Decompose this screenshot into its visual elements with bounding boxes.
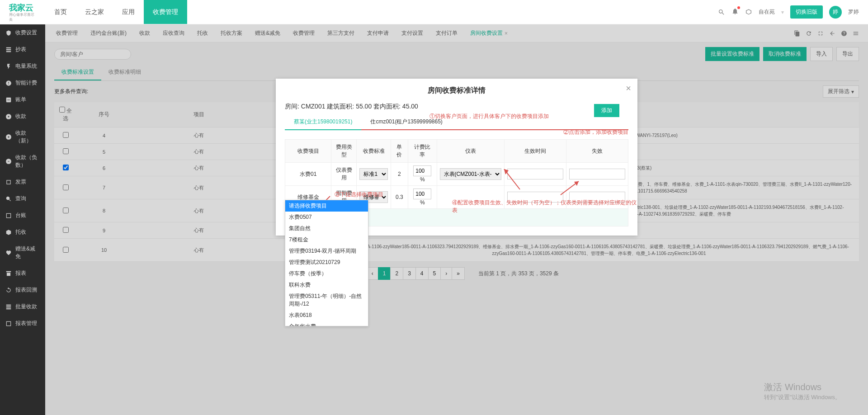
detail-col-header: 收费标准 (357, 140, 391, 163)
detail-col-header: 计费比率 (408, 140, 437, 163)
customer-tab[interactable]: 蔡某(业主15980019251) (285, 114, 361, 130)
dropdown-option[interactable]: 水表0618 (285, 310, 368, 321)
package-icon[interactable] (745, 9, 752, 16)
annotation-4: ④配置收费项目生效、失效时间（可为空）；仪表类则需要选择对应绑定的仪表 (452, 199, 637, 214)
dropdown-option[interactable]: 停车费（按季） (285, 268, 368, 279)
dropdown-option[interactable]: 请选择收费项目 (285, 200, 368, 212)
content-area: 收费管理违约金台账(新)收款应收查询托收托收方案赠送&减免收费管理第三方支付支付… (45, 24, 868, 415)
logo-subtitle: 用心做事尽善尽美 (9, 12, 36, 22)
sidebar-item[interactable]: 赠送&减免 (0, 241, 45, 265)
sidebar-icon (5, 30, 12, 36)
std-select[interactable]: 标准1 (359, 168, 387, 180)
logo-text: 我家云 (9, 2, 36, 13)
sidebar-item[interactable]: 抄表 (0, 41, 45, 58)
sidebar-icon (5, 287, 12, 293)
avatar[interactable]: 婷 (829, 6, 842, 19)
top-right-controls: 自在苑 ▾ 切换旧版 婷 罗婷 (718, 5, 868, 19)
sidebar-icon (5, 158, 12, 165)
sidebar-item[interactable]: 报表回溯 (0, 282, 45, 298)
detail-col-header: 费用类型 (331, 140, 357, 163)
annotation-3: ③下拉选择收费项目 (335, 191, 383, 198)
sidebar: 收费设置抄表电量系统智能计费账单收款收款（新）收款（负数）发票查询台账托收赠送&… (0, 24, 45, 415)
sidebar-icon (5, 321, 12, 327)
add-button[interactable]: 添加 (594, 104, 619, 117)
top-nav: 我家云 用心做事尽善尽美 首页云之家应用收费管理 自在苑 ▾ 切换旧版 婷 罗婷 (0, 0, 868, 24)
sidebar-item[interactable]: 收款（新） (0, 125, 45, 149)
sidebar-item[interactable]: 批量收款 (0, 298, 45, 315)
eff-date-input[interactable] (507, 169, 563, 179)
sidebar-item[interactable]: 发票 (0, 174, 45, 190)
detail-col-header: 生效时间 (505, 140, 566, 163)
dropdown-option[interactable]: 管理费03194-双月-循环周期 (285, 245, 368, 257)
sidebar-item[interactable]: 电量系统 (0, 58, 45, 75)
dropdown-option[interactable]: 7楼租金 (285, 234, 368, 245)
sidebar-item[interactable]: 收费设置 (0, 24, 45, 41)
top-nav-item[interactable]: 应用 (113, 0, 144, 24)
fee-item-dropdown[interactable]: 请选择收费项目水费0507集团自然7楼租金管理费03194-双月-循环周期管理费… (285, 200, 368, 326)
detail-col-header: 单价 (391, 140, 408, 163)
ratio-input[interactable] (413, 165, 431, 176)
dropdown-option[interactable]: 管理费测试20210729 (285, 257, 368, 268)
sidebar-item[interactable]: 报表管理 (0, 315, 45, 332)
sidebar-item[interactable]: 收款 (0, 108, 45, 125)
username: 罗婷 (848, 8, 859, 16)
modal-overlay: × 房间收费标准详情 添加 房间: CMZ001 建筑面积: 55.00 套内面… (45, 24, 868, 415)
sidebar-icon (5, 304, 12, 310)
annotation-1: ①切换客户页面，进行具体客户下的收费项目添加 (429, 113, 549, 120)
dropdown-option[interactable]: 集团自然 (285, 223, 368, 234)
sidebar-icon (5, 134, 12, 140)
sidebar-item[interactable]: 托收 (0, 224, 45, 241)
notification-dot (737, 6, 740, 9)
modal-title: 房间收费标准详情 (276, 79, 637, 103)
sidebar-icon (5, 97, 12, 103)
bell-wrapper[interactable] (731, 8, 739, 16)
sidebar-icon (5, 63, 12, 70)
sidebar-icon (5, 80, 12, 86)
sidebar-icon (5, 212, 12, 219)
sidebar-item[interactable]: 查询 (0, 190, 45, 207)
sidebar-icon (5, 47, 12, 53)
detail-row: 水费01仪表费用标准12 %水表(CMZ001-水表-264973 (285, 163, 628, 186)
org-name[interactable]: 自在苑 (759, 8, 775, 16)
sidebar-icon (5, 179, 12, 185)
divider: ▾ (781, 9, 784, 15)
sidebar-item[interactable]: 报表 (0, 265, 45, 282)
search-icon[interactable] (718, 9, 725, 16)
sidebar-item[interactable]: 台账 (0, 207, 45, 224)
sidebar-item[interactable]: 收款（负数） (0, 149, 45, 174)
sidebar-icon (5, 229, 12, 236)
top-nav-item[interactable]: 云之家 (76, 0, 113, 24)
dropdown-option[interactable]: 联科水费 (285, 279, 368, 291)
logo: 我家云 用心做事尽善尽美 (0, 2, 45, 22)
top-menu: 首页云之家应用收费管理 (45, 0, 187, 24)
room-info: 房间: CMZ001 建筑面积: 55.00 套内面积: 45.00 (285, 103, 628, 111)
annotation-2: ②点击添加，添加收费项目 (563, 128, 628, 136)
exp-date-input[interactable] (569, 169, 625, 179)
sidebar-icon (5, 270, 12, 277)
sidebar-icon (5, 196, 12, 202)
ratio-input[interactable] (413, 189, 431, 199)
dropdown-option[interactable]: 水费0507 (285, 212, 368, 223)
top-nav-item[interactable]: 收费管理 (144, 0, 187, 24)
dropdown-option[interactable]: 管理费05311-年（明细）-自然周期-/12 (285, 291, 368, 310)
detail-col-header: 失效 (566, 140, 628, 163)
top-nav-item[interactable]: 首页 (45, 0, 76, 24)
sidebar-item[interactable]: 账单 (0, 91, 45, 108)
detail-col-header: 收费项目 (285, 140, 331, 163)
sidebar-icon (5, 250, 12, 256)
switch-version-button[interactable]: 切换旧版 (790, 5, 823, 19)
sidebar-icon (5, 113, 12, 120)
modal: × 房间收费标准详情 添加 房间: CMZ001 建筑面积: 55.00 套内面… (276, 79, 637, 236)
dropdown-option[interactable]: 金年华水费 (285, 321, 368, 326)
sidebar-item[interactable]: 智能计费 (0, 75, 45, 91)
close-icon[interactable]: × (626, 83, 631, 94)
meter-select[interactable]: 水表(CMZ001-水表-264973 (440, 168, 502, 180)
detail-col-header: 仪表 (437, 140, 505, 163)
